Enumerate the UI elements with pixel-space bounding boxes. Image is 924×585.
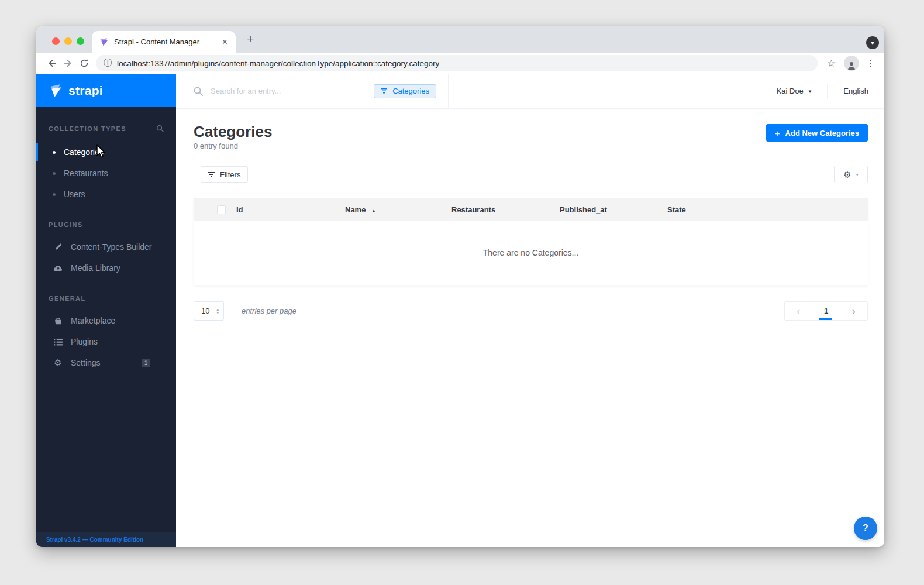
chevron-down-icon: ▾ [809, 88, 812, 94]
table-settings-button[interactable]: ⚙ ▾ [834, 166, 868, 183]
browser-window: Strapi - Content Manager × + ▾ ⓘ l [36, 26, 884, 547]
add-new-categories-button[interactable]: + Add New Categories [766, 124, 868, 142]
next-page-button[interactable]: › [840, 302, 867, 320]
column-header-name[interactable]: Name ▲ [345, 205, 451, 214]
select-all-cell [194, 205, 236, 214]
collection-filter-chip[interactable]: Categories [374, 84, 436, 98]
page-number-button[interactable]: 1 [812, 302, 839, 320]
column-header-id[interactable]: Id [236, 205, 345, 214]
column-header-restaurants[interactable]: Restaurants [451, 205, 560, 214]
minimize-window-button[interactable] [64, 37, 72, 45]
sidebar-item-media-library[interactable]: Media Library [36, 257, 176, 278]
close-window-button[interactable] [52, 37, 60, 45]
sort-asc-icon: ▲ [371, 208, 376, 214]
sidebar-item-label: Media Library [71, 263, 120, 273]
gear-icon: ⚙ [53, 357, 63, 368]
page-title-block: Categories 0 entry found [194, 123, 272, 150]
section-general: GENERAL [49, 295, 164, 302]
page-info-icon[interactable]: ⓘ [104, 58, 112, 68]
stepper-icon[interactable]: ▴ ▾ [216, 308, 219, 315]
column-header-state[interactable]: State [667, 205, 868, 214]
filter-icon [381, 88, 387, 94]
entries-table: Id Name ▲ Restaurants Published_at [194, 198, 868, 285]
user-menu[interactable]: Kai Doe ▾ [777, 87, 812, 95]
tab-search-button[interactable]: ▾ [866, 36, 879, 49]
filters-label: Filters [220, 170, 240, 179]
version-label: Strapi v3.4.2 — Community Edition [46, 536, 143, 543]
sidebar-item-marketplace[interactable]: Marketplace [36, 310, 176, 331]
shopping-basket-icon [53, 316, 63, 325]
per-page-value: 10 [201, 307, 209, 315]
gear-icon: ⚙ [843, 170, 851, 179]
chevron-down-icon: ▾ [856, 172, 859, 177]
bookmark-star-icon[interactable]: ☆ [823, 57, 839, 70]
stepper-down-icon: ▾ [216, 311, 219, 315]
topbar-right: Kai Doe ▾ English [777, 84, 884, 99]
main-area: Categories Kai Doe ▾ English Categories [176, 74, 884, 547]
help-button[interactable]: ? [854, 517, 877, 540]
add-button-label: Add New Categories [785, 129, 859, 137]
select-all-checkbox[interactable] [217, 205, 226, 214]
column-label: Id [236, 205, 243, 214]
browser-menu-icon[interactable]: ⋮ [864, 58, 877, 68]
close-tab-icon[interactable]: × [221, 37, 229, 47]
sidebar-item-label: Restaurants [64, 168, 108, 178]
sidebar-item-label: Settings [71, 358, 101, 367]
reload-button[interactable] [76, 55, 92, 71]
column-label: Name [345, 205, 366, 214]
table-body: There are no Categories... [194, 221, 868, 285]
section-title-label: COLLECTION TYPES [49, 125, 126, 132]
browser-profile-avatar[interactable] [844, 56, 859, 71]
column-label: Restaurants [451, 205, 495, 214]
url-text: localhost:1337/admin/plugins/content-man… [117, 59, 439, 68]
active-page-indicator [819, 318, 832, 320]
question-mark-icon: ? [863, 523, 868, 534]
person-icon [846, 60, 857, 71]
strapi-logo[interactable]: strapi [36, 74, 176, 107]
browser-toolbar: ⓘ localhost:1337/admin/plugins/content-m… [36, 53, 884, 74]
search-input[interactable] [211, 87, 374, 95]
column-header-published-at[interactable]: Published_at [560, 205, 667, 214]
page-title: Categories [194, 123, 272, 140]
sidebar-item-label: Categories [64, 147, 104, 157]
pagination: ‹ 1 › [784, 301, 868, 321]
column-label: State [667, 205, 686, 214]
forward-button[interactable] [60, 55, 76, 71]
filter-icon [208, 172, 215, 177]
language-selector[interactable]: English [843, 87, 868, 95]
search-zone: Categories [176, 74, 449, 108]
section-plugins: PLUGINS [49, 221, 164, 228]
section-title-label: PLUGINS [49, 221, 83, 228]
back-arrow-icon [47, 58, 57, 68]
sidebar-item-label: Plugins [71, 337, 98, 346]
sidebar-item-content-types-builder[interactable]: Content-Types Builder [36, 236, 176, 257]
sidebar-item-categories[interactable]: Categories [36, 142, 176, 163]
zoom-window-button[interactable] [77, 37, 84, 45]
plus-icon: + [775, 128, 780, 138]
sidebar-footer-version[interactable]: Strapi v3.4.2 — Community Edition [36, 532, 176, 547]
sidebar-item-users[interactable]: Users [36, 184, 176, 205]
chevron-down-icon: ▾ [871, 40, 874, 46]
previous-page-button[interactable]: ‹ [785, 302, 812, 320]
chevron-right-icon: › [852, 306, 856, 316]
back-button[interactable] [43, 55, 60, 71]
sidebar-item-label: Users [64, 190, 85, 199]
search-icon[interactable] [156, 125, 164, 132]
tab-title: Strapi - Content Manager [114, 37, 221, 46]
window-controls [52, 37, 84, 45]
column-label: Published_at [560, 205, 607, 214]
per-page-controls: 10 ▴ ▾ entries per page [194, 301, 296, 321]
entries-per-page-select[interactable]: 10 ▴ ▾ [194, 301, 224, 321]
section-title-label: GENERAL [49, 295, 86, 302]
new-tab-button[interactable]: + [247, 32, 254, 46]
url-bar[interactable]: ⓘ localhost:1337/admin/plugins/content-m… [96, 55, 818, 71]
sidebar-item-settings[interactable]: ⚙ Settings 1 [36, 352, 176, 373]
sidebar-item-plugins[interactable]: Plugins [36, 331, 176, 352]
paint-brush-icon [53, 243, 63, 252]
browser-tab-strip: Strapi - Content Manager × + ▾ [36, 26, 884, 53]
filters-button[interactable]: Filters [201, 166, 248, 183]
browser-tab[interactable]: Strapi - Content Manager × [92, 31, 236, 53]
chevron-left-icon: ‹ [797, 306, 800, 316]
sidebar-item-restaurants[interactable]: Restaurants [36, 163, 176, 184]
section-collection-types: COLLECTION TYPES [49, 125, 164, 132]
